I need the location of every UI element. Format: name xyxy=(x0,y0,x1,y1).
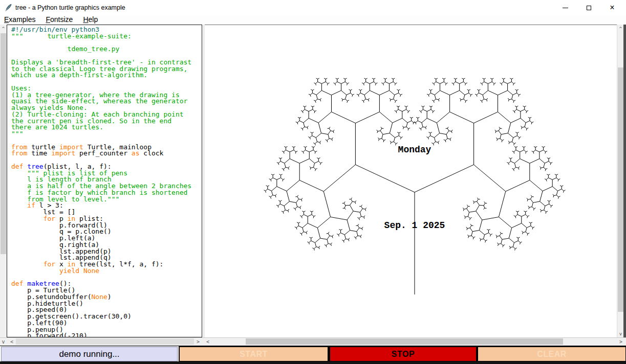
clear-button-label: CLEAR xyxy=(537,350,567,359)
button-bar: demo running... START STOP CLEAR xyxy=(0,346,626,361)
menubar: Examples Fontsize Help xyxy=(0,15,626,25)
code-line: p.forward(-210) xyxy=(11,333,202,337)
canvas-vscroll-thumb[interactable] xyxy=(618,67,623,312)
tree-drawing xyxy=(205,25,617,337)
code-line: """ turtle-example-suite: xyxy=(11,33,202,40)
canvas-text-label: Monday xyxy=(398,145,431,155)
start-button[interactable]: START xyxy=(179,346,329,362)
code-hscroll-thumb[interactable] xyxy=(16,338,194,345)
titlebar[interactable]: tree - a Python turtle graphics example … xyxy=(0,0,626,15)
clear-button[interactable]: CLEAR xyxy=(477,346,626,362)
code-text: #!/usr/bin/env python3""" turtle-example… xyxy=(11,27,202,337)
taskbar-sliver xyxy=(0,361,626,364)
code-line: tdemo_tree.py xyxy=(11,46,202,53)
horizontal-scrollbar-row: v < > < > xyxy=(0,337,626,345)
code-line: """ xyxy=(11,131,202,138)
close-icon: × xyxy=(610,3,614,12)
code-line: from time import perf_counter as clock xyxy=(11,150,202,157)
menu-examples[interactable]: Examples xyxy=(0,15,40,25)
code-vscroll-thumb[interactable] xyxy=(1,33,6,254)
turtle-canvas: MondaySep. 1 2025 xyxy=(205,25,617,337)
tree-path xyxy=(264,78,566,294)
menu-fontsize[interactable]: Fontsize xyxy=(40,15,78,25)
scroll-left-icon[interactable]: < xyxy=(204,338,212,345)
start-button-label: START xyxy=(240,350,268,359)
scroll-right-icon[interactable]: > xyxy=(194,338,202,345)
minimize-button[interactable] xyxy=(553,0,577,15)
status-label: demo running... xyxy=(1,347,178,361)
code-pane[interactable]: #!/usr/bin/env python3""" turtle-example… xyxy=(7,25,202,337)
window-right-edge xyxy=(623,25,626,345)
minimize-icon xyxy=(563,8,568,8)
scroll-right-icon[interactable]: > xyxy=(617,338,625,345)
scroll-down-icon[interactable]: v xyxy=(0,338,7,345)
feather-icon xyxy=(5,4,12,12)
scroll-up-icon[interactable]: ^ xyxy=(0,25,7,32)
status-text: demo running... xyxy=(59,349,119,359)
code-line xyxy=(11,79,202,85)
canvas-hscroll-thumb[interactable] xyxy=(246,338,563,345)
maximize-icon xyxy=(587,6,591,10)
code-line: yield None xyxy=(11,268,202,275)
canvas-text-label: Sep. 1 2025 xyxy=(384,220,445,231)
canvas-vertical-scrollbar[interactable]: ^ v xyxy=(617,25,623,337)
turtledemo-window: tree - a Python turtle graphics example … xyxy=(0,0,626,364)
stop-button[interactable]: STOP xyxy=(329,346,477,362)
menu-help[interactable]: Help xyxy=(78,15,103,25)
maximize-button[interactable] xyxy=(577,0,600,15)
scroll-left-icon[interactable]: < xyxy=(8,338,16,345)
stop-button-label: STOP xyxy=(392,350,415,359)
close-button[interactable]: × xyxy=(600,0,624,15)
code-vertical-scrollbar[interactable]: ^ xyxy=(0,25,7,337)
code-line: which use a depth-first-algorithm. xyxy=(11,72,202,79)
code-line: there are 1024 turtles. xyxy=(11,124,202,131)
window-title: tree - a Python turtle graphics example xyxy=(15,4,125,11)
